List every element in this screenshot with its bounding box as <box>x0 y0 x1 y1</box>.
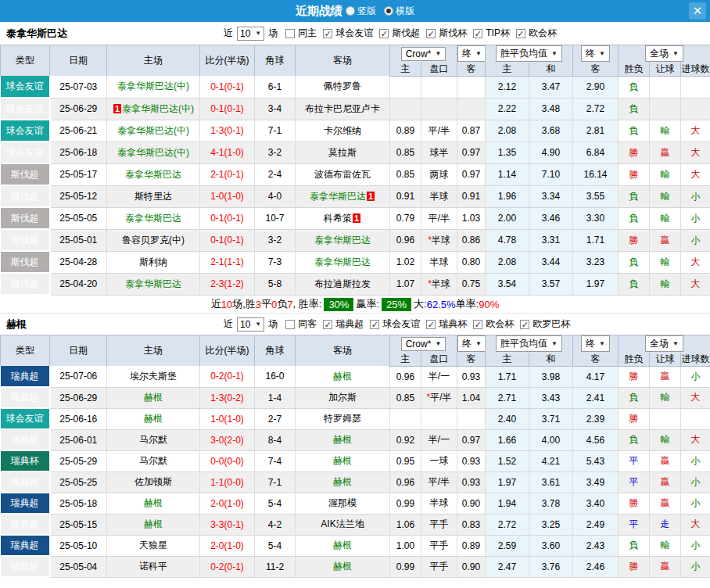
league-checkbox-0[interactable]: ✓ <box>323 29 332 38</box>
radio-horizontal-layout[interactable]: 横版 <box>384 5 414 18</box>
away-water-cell: 0.90 <box>457 493 486 514</box>
home-team-cell: 斯利纳 <box>107 251 200 273</box>
final-avg-dropdown[interactable]: 终▼ <box>581 335 610 352</box>
home-team-name: 斯特里达 <box>134 191 172 202</box>
league-checkbox-3[interactable]: ✓ <box>473 29 482 38</box>
page-title: 近期战绩 <box>296 4 342 19</box>
score-cell: 2-3(1-2) <box>200 273 255 295</box>
league-type-cell: 斯伐杯 <box>1 229 50 251</box>
same-away-checkbox[interactable] <box>285 320 295 329</box>
corner-cell: 2-4 <box>255 163 296 185</box>
final-avg-dropdown[interactable]: 终▼ <box>581 45 610 62</box>
radio-vertical-layout[interactable]: 竖版 <box>346 5 376 18</box>
same-home-checkbox[interactable] <box>285 29 295 38</box>
match-row: 斯伐超 25-04-28 斯利纳 2-1(1-1) 7-3 泰拿华斯巴达 1.0… <box>1 251 710 273</box>
bookmaker-dropdown[interactable]: Crow*▼ <box>401 47 446 61</box>
handicap-result-cell <box>650 98 681 120</box>
avg-away-odds-cell: 2.81 <box>573 120 619 142</box>
sub-col-result: 胜负 <box>619 63 650 77</box>
handicap-name: 半球 <box>430 256 449 267</box>
home-water-cell: 0.96 <box>390 471 421 493</box>
away-team-cell: 赫根 <box>296 429 390 450</box>
radio-circle-checked-icon[interactable] <box>384 6 393 16</box>
summary-segment: 大: <box>414 297 427 311</box>
league-label-4: 欧会杯 <box>529 27 557 40</box>
home-water-cell: 1.07 <box>390 273 421 295</box>
final-odds-dropdown[interactable]: 终▼ <box>457 45 486 62</box>
avg-draw-odds-cell: 3.46 <box>529 207 573 229</box>
score-cell: 0-1(0-1) <box>200 207 255 229</box>
fulltime-dropdown[interactable]: 全场▼ <box>645 45 683 62</box>
result-cell: 勝 <box>619 366 650 387</box>
handicap-cell: *平/半 <box>421 387 457 408</box>
match-count-select[interactable]: 10 ▼ <box>237 27 264 41</box>
avg-odds-dropdown[interactable]: 胜平负均值▼ <box>496 45 562 62</box>
league-checkbox-2[interactable]: ✓ <box>426 320 436 329</box>
away-water-cell: 0.93 <box>457 471 486 493</box>
avg-home-odds-cell: 1.96 <box>486 185 529 207</box>
fulltime-dropdown[interactable]: 全场▼ <box>645 335 683 352</box>
avg-odds-dropdown[interactable]: 胜平负均值▼ <box>496 335 562 352</box>
goals-over-under-cell: 大 <box>681 163 710 185</box>
avg-away-odds-cell: 2.72 <box>573 98 619 120</box>
home-team-name: 天狼星 <box>139 540 167 550</box>
home-team-name: 赫根 <box>144 413 163 424</box>
away-team-name: 渥那模 <box>328 497 357 508</box>
handicap-cell: 半球 <box>421 251 457 273</box>
league-checkbox-4[interactable]: ✓ <box>516 29 525 38</box>
score-cell: 1-3(0-2) <box>200 387 255 408</box>
goals-over-under-cell: 小 <box>681 471 710 493</box>
league-checkbox-3[interactable]: ✓ <box>473 320 482 329</box>
close-icon[interactable]: ✕ <box>689 2 706 20</box>
score-cell: 0-0(0-0) <box>200 450 255 471</box>
bookmaker-dropdown[interactable]: Crow*▼ <box>401 337 446 351</box>
match-date: 25-06-01 <box>50 429 107 450</box>
match-count-select[interactable]: 10 ▼ <box>237 317 264 332</box>
league-checkbox-4[interactable]: ✓ <box>520 320 529 329</box>
home-team-name: 佐加顿斯 <box>134 476 172 487</box>
match-date: 25-05-29 <box>50 450 107 471</box>
home-water-cell: 1.06 <box>390 514 421 535</box>
away-team-cell: 布拉卡巴尼亚卢卡 <box>296 98 390 120</box>
summary-segment: 90% <box>479 299 499 310</box>
avg-away-odds-cell: 4.17 <box>573 366 619 387</box>
away-water-cell: 0.97 <box>457 142 486 163</box>
away-team-name: 泰拿华斯巴达 <box>314 256 371 267</box>
col-type: 类型 <box>1 335 50 367</box>
score-cell: 1-0(1-0) <box>200 185 255 207</box>
league-checkbox-0[interactable]: ✓ <box>323 320 332 329</box>
away-team-cell: AIK法兰地 <box>296 514 390 535</box>
handicap-cell <box>421 76 457 98</box>
home-team-cell: 诺科平 <box>107 556 200 577</box>
away-team-cell: 佩特罗鲁 <box>296 76 390 98</box>
away-team-name: 卡尔维纳 <box>324 125 361 136</box>
final-odds-dropdown[interactable]: 终▼ <box>457 335 486 352</box>
handicap-cell: 平手 <box>421 556 457 577</box>
crow-header: Crow*▼ <box>390 45 457 63</box>
radio-circle-icon[interactable] <box>346 6 355 16</box>
home-water-cell: 1.02 <box>390 251 421 273</box>
avg-home-odds-cell: 2.71 <box>486 387 529 408</box>
league-label-4: 欧罗巴杯 <box>532 317 570 331</box>
result-cell: 負 <box>619 76 650 98</box>
team2-matches-table: 类型 日期 主场 比分(半场) 角球 客场 Crow*▼ 终▼ 胜平负均值▼ 终… <box>0 335 710 578</box>
avg-away-odds-cell: 5.43 <box>573 450 619 471</box>
same-home-label: 同主 <box>298 27 317 40</box>
avg-draw-odds-cell: 3.34 <box>529 185 573 207</box>
league-label-1: 斯伐超 <box>392 27 420 40</box>
away-water-cell: 0.86 <box>457 229 486 251</box>
league-checkbox-1[interactable]: ✓ <box>379 29 389 38</box>
avg-draw-odds-cell: 3.48 <box>529 98 573 120</box>
league-checkbox-2[interactable]: ✓ <box>426 29 436 38</box>
avg-odds-header: 胜平负均值▼ <box>486 335 573 353</box>
handicap-cell: 一球 <box>421 450 457 471</box>
col-home: 主场 <box>107 45 200 77</box>
avg-home-odds-cell: 2.08 <box>486 251 529 273</box>
handicap-cell: 平/半 <box>421 471 457 493</box>
league-checkbox-1[interactable]: ✓ <box>370 320 379 329</box>
avg-home-odds-cell: 3.54 <box>486 273 529 295</box>
result-cell: 負 <box>619 429 650 450</box>
match-row: 瑞典超 25-06-01 马尔默 3-0(2-0) 8-4 赫根 0.92 半/… <box>1 429 710 450</box>
handicap-name: 半球 <box>430 191 449 202</box>
handicap-result-cell <box>650 408 681 429</box>
